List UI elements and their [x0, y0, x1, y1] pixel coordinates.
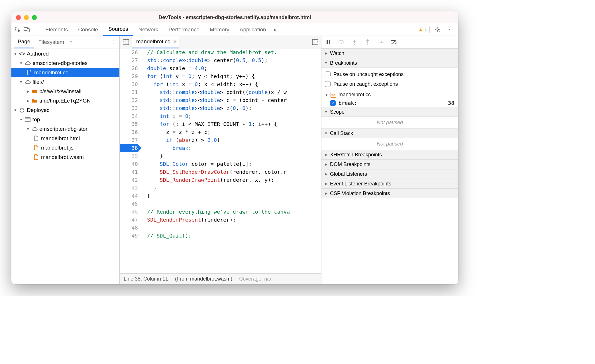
navigator-tabs: Page Filesystem » ⋮ [11, 36, 119, 48]
folder-icon [31, 99, 38, 103]
devtools-window: DevTools - emscripten-dbg-stories.netlif… [11, 11, 458, 284]
editor-tab-active[interactable]: mandelbrot.cc ✕ [132, 36, 179, 48]
tab-console[interactable]: Console [73, 23, 103, 36]
dom-section[interactable]: ▶DOM Breakpoints [321, 159, 458, 169]
file-icon [33, 154, 39, 160]
svg-rect-8 [312, 40, 318, 45]
watch-section[interactable]: ▶Watch [321, 48, 458, 58]
svg-rect-6 [123, 40, 129, 45]
warning-count: 1 [425, 27, 427, 32]
cloud-icon [25, 80, 31, 84]
deactivate-breakpoints-icon[interactable] [390, 39, 397, 46]
breakpoint-file-group[interactable]: ▼<>mandelbrot.cc [321, 91, 458, 99]
code-content[interactable]: // Calculate and draw the Mandelbrot set… [142, 48, 321, 273]
svg-point-14 [354, 44, 355, 45]
callstack-not-paused: Not paused [321, 138, 458, 150]
more-menu-icon[interactable]: ⋮ [446, 26, 454, 34]
cloud-icon [31, 127, 38, 131]
tree-file-wasm[interactable]: mandelbrot.wasm [11, 152, 119, 162]
editor-statusbar: Line 38, Column 11 (From mandelbrot.wasm… [120, 273, 321, 284]
tab-sources[interactable]: Sources [103, 23, 133, 36]
pause-icon[interactable] [325, 39, 332, 46]
tab-application[interactable]: Application [235, 23, 271, 36]
warnings-badge[interactable]: ▲ 1 [416, 26, 430, 33]
callstack-section[interactable]: ▼Call Stack [321, 128, 458, 138]
svg-point-16 [367, 44, 368, 45]
svg-point-3 [437, 29, 439, 30]
navigator-more-icon[interactable]: » [70, 40, 72, 45]
tab-memory[interactable]: Memory [205, 23, 235, 36]
global-section[interactable]: ▶Global Listeners [321, 169, 458, 179]
toggle-navigator-icon[interactable] [121, 37, 131, 47]
coverage-status: Coverage: n/a [239, 276, 271, 282]
file-icon [33, 136, 39, 141]
svg-rect-2 [27, 28, 29, 32]
close-tab-icon[interactable]: ✕ [173, 39, 177, 45]
pause-uncaught-checkbox[interactable]: Pause on uncaught exceptions [325, 69, 455, 79]
divider [34, 26, 34, 33]
tree-file-html[interactable]: mandelbrot.html [11, 134, 119, 143]
warning-icon: ▲ [418, 27, 423, 32]
checkbox-icon [325, 81, 331, 87]
tree-authored[interactable]: ▼<>Authored [11, 49, 119, 58]
more-tabs-icon[interactable]: » [271, 26, 279, 33]
xhr-section[interactable]: ▶XHR/fetch Breakpoints [321, 150, 458, 159]
debugger-toolbar [321, 36, 458, 48]
breakpoint-entry[interactable]: ✓break; 38 [321, 99, 458, 107]
tree-folder-2[interactable]: ▶tmp/tmp.ELcTq2YGN [11, 96, 119, 105]
line-gutter[interactable]: 2627282930313233343536373839404142434445… [120, 48, 142, 273]
device-toggle-icon[interactable] [23, 26, 31, 34]
cursor-position: Line 38, Column 11 [124, 276, 168, 282]
tab-performance[interactable]: Performance [163, 23, 205, 36]
step-icon[interactable] [377, 39, 384, 46]
step-out-icon[interactable] [364, 39, 371, 46]
pause-caught-checkbox[interactable]: Pause on caught exceptions [325, 79, 455, 89]
source-link[interactable]: mandelbrot.wasm [190, 276, 231, 282]
cloud-icon [25, 61, 31, 66]
tree-top[interactable]: ▼top [11, 115, 119, 124]
code-editor[interactable]: 2627282930313233343536373839404142434445… [120, 48, 321, 273]
svg-rect-10 [327, 40, 328, 44]
step-into-icon[interactable] [351, 39, 358, 46]
breakpoints-section[interactable]: ▼Breakpoints [321, 58, 458, 68]
tree-file-js[interactable]: mandelbrot.js [11, 143, 119, 152]
close-window-button[interactable] [16, 15, 21, 20]
step-over-icon[interactable] [338, 39, 345, 46]
tab-elements[interactable]: Elements [40, 23, 73, 36]
tree-file-scheme[interactable]: ▼file:// [11, 77, 119, 87]
navigator-sidebar: Page Filesystem » ⋮ ▼<>Authored ▼emscrip… [11, 36, 120, 284]
file-tree: ▼<>Authored ▼emscripten-dbg-stories mand… [11, 48, 119, 284]
navigator-menu-icon[interactable]: ⋮ [109, 38, 117, 46]
tree-file-mandelbrot-cc[interactable]: mandelbrot.cc [11, 68, 119, 77]
csp-section[interactable]: ▶CSP Violation Breakpoints [321, 189, 458, 198]
navigator-tab-filesystem[interactable]: Filesystem [34, 36, 68, 48]
frame-icon [25, 117, 31, 122]
navigator-tab-page[interactable]: Page [14, 36, 34, 48]
editor-tabs: mandelbrot.cc ✕ [120, 36, 321, 48]
svg-point-18 [382, 42, 384, 43]
tree-site-2[interactable]: ▼emscripten-dbg-stor [11, 124, 119, 134]
editor-pane: mandelbrot.cc ✕ 262728293031323334353637… [120, 36, 321, 284]
tree-folder-1[interactable]: ▶b/s/w/ir/x/w/install [11, 87, 119, 96]
file-icon [26, 70, 32, 75]
cube-icon [19, 107, 25, 113]
inspect-element-icon[interactable] [14, 26, 22, 34]
editor-tab-label: mandelbrot.cc [136, 38, 170, 45]
source-from: (From mandelbrot.wasm) [175, 276, 232, 282]
tree-deployed[interactable]: ▼Deployed [11, 105, 119, 115]
toggle-debugger-icon[interactable] [312, 39, 321, 45]
window-title: DevTools - emscripten-dbg-stories.netlif… [158, 15, 311, 21]
zoom-window-button[interactable] [32, 15, 37, 20]
tab-network[interactable]: Network [133, 23, 164, 36]
svg-point-12 [341, 43, 342, 44]
scope-section[interactable]: ▼Scope [321, 107, 458, 117]
tree-site[interactable]: ▼emscripten-dbg-stories [11, 58, 119, 68]
svg-rect-11 [329, 40, 330, 44]
settings-icon[interactable] [434, 26, 442, 34]
file-icon [33, 145, 39, 151]
source-badge-icon: <> [331, 92, 336, 98]
window-controls [16, 15, 37, 20]
event-section[interactable]: ▶Event Listener Breakpoints [321, 179, 458, 189]
minimize-window-button[interactable] [24, 15, 29, 20]
checkbox-checked-icon: ✓ [330, 100, 336, 106]
